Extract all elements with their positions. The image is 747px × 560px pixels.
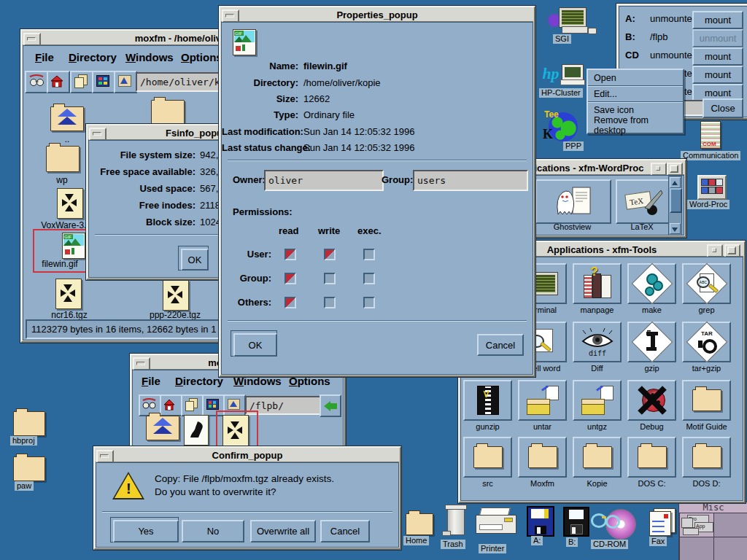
file-item-boot[interactable] (184, 415, 209, 446)
checkbox-user-read[interactable] (285, 249, 296, 260)
windows-button[interactable] (92, 71, 115, 93)
desktop-icon-printer[interactable]: Printer (473, 506, 518, 557)
menu-directory[interactable]: Directory (69, 51, 117, 63)
file-item-moxfm-tgz[interactable] (222, 415, 249, 447)
misc-cell-active[interactable]: Pro App (679, 513, 714, 537)
tool-tar-gzip[interactable]: TAR (682, 322, 731, 362)
mount-cd-button[interactable]: mount (692, 47, 743, 66)
tool-untar[interactable] (518, 380, 567, 421)
checkbox-group-read[interactable] (285, 273, 296, 284)
fsinfo-ok-button[interactable]: OK (181, 249, 209, 271)
menu-windows[interactable]: Windows (125, 51, 174, 63)
file-item-up[interactable] (146, 413, 179, 440)
desktop-icon-sgi[interactable]: SGI (547, 4, 598, 45)
file-item-wp[interactable] (46, 146, 80, 172)
checkbox-others-read[interactable] (285, 297, 296, 308)
menu-file[interactable]: File (35, 51, 54, 63)
tool-untgz[interactable] (573, 380, 622, 421)
group-field[interactable]: users (413, 170, 528, 191)
checkbox-group-write[interactable] (324, 273, 336, 284)
desktop-icon-hbproj[interactable]: hbproj (10, 407, 54, 446)
file-item-ppp220e[interactable] (163, 280, 189, 311)
desktop-icon-trash[interactable]: Trash (439, 503, 473, 551)
checkbox-others-write[interactable] (324, 297, 336, 308)
file-item-ncr16[interactable] (55, 279, 82, 309)
file-item-voxware[interactable] (57, 188, 83, 219)
properties-cancel-button[interactable]: Cancel (477, 334, 524, 356)
tool-gzip[interactable]: ZIP (627, 322, 676, 362)
app-latex[interactable]: TeX (616, 179, 671, 224)
unmount-b-button[interactable]: unmount (692, 29, 743, 47)
desktop-icon-fax[interactable]: Fax (645, 507, 678, 551)
mount-close-button[interactable]: Close (703, 98, 743, 118)
minimize-button[interactable] (23, 33, 41, 46)
owner-field[interactable]: oliver (264, 170, 384, 191)
iconify-button[interactable] (651, 163, 667, 176)
minimize-button[interactable] (133, 357, 150, 370)
menu-item-edit[interactable]: Edit... (588, 86, 683, 102)
tool-grep[interactable]: ABC (682, 263, 731, 304)
confirm-cancel-button[interactable]: Cancel (320, 520, 370, 542)
desktop-icon-ppp[interactable]: Tee K PPP (543, 109, 589, 155)
back-button[interactable] (320, 394, 341, 417)
tool-motif-guide[interactable] (682, 380, 731, 421)
desktop-icon-word-proc[interactable]: Word-Proc (684, 175, 743, 213)
properties-titlebar[interactable]: Properties_popup (221, 8, 533, 22)
home-button[interactable] (47, 71, 70, 93)
desktop-icon-communication[interactable]: COM Communication (678, 121, 746, 163)
tool-dos-c[interactable] (627, 437, 676, 478)
tool-src[interactable] (463, 437, 512, 478)
tool-make[interactable] (627, 263, 676, 304)
menu-directory[interactable]: Directory (175, 375, 223, 387)
scroll-up-arrow[interactable] (670, 177, 681, 188)
desktop-icon-floppy-a[interactable]: A: (524, 505, 556, 547)
tool-diff[interactable]: diff (573, 322, 622, 362)
scroll-down-arrow[interactable] (670, 223, 681, 234)
maximize-button[interactable] (724, 244, 740, 257)
mount-c-button[interactable]: mount (692, 66, 743, 84)
checkbox-user-write[interactable] (324, 249, 336, 260)
wordproc-scrollbar[interactable] (668, 176, 682, 236)
confirm-no-button[interactable]: No (182, 520, 244, 542)
copy-button[interactable] (181, 394, 204, 416)
find-button[interactable] (25, 71, 48, 93)
tool-dos-d[interactable] (682, 437, 731, 478)
confirm-overwrite-all-button[interactable]: Overwrite all (250, 520, 316, 542)
desktop-icon-home[interactable]: Home (403, 509, 436, 548)
app-ghostview[interactable] (535, 179, 611, 224)
tool-moxfm[interactable] (518, 437, 567, 478)
desktop-icon-paw[interactable]: paw (10, 452, 54, 491)
menu-options[interactable]: Options (181, 51, 222, 63)
mount-a-button[interactable]: mount (692, 11, 743, 29)
maximize-button[interactable] (667, 163, 683, 176)
copy-button[interactable] (70, 71, 93, 93)
tool-debug[interactable] (627, 380, 676, 421)
scrollbar-thumb[interactable] (670, 188, 682, 213)
file-item-up[interactable] (50, 104, 84, 131)
desktop-icon-cdrom[interactable]: CD-ROM (589, 508, 638, 553)
confirm-yes-button[interactable]: Yes (113, 520, 179, 542)
menu-item-open[interactable]: Open (588, 70, 683, 86)
misc-cell[interactable] (713, 537, 747, 560)
up-directory-button[interactable] (114, 71, 137, 93)
desktop-icon-hp-cluster[interactable]: hp HP-Cluster (538, 61, 589, 102)
file-item-filewin[interactable]: GIF (62, 233, 85, 259)
menu-file[interactable]: File (142, 375, 160, 387)
misc-window[interactable]: Misc Pro App (678, 502, 747, 560)
checkbox-user-exec[interactable] (363, 249, 375, 260)
iconify-button[interactable] (707, 244, 723, 257)
minimize-button[interactable] (89, 128, 107, 141)
tool-gunzip[interactable]: V (463, 380, 512, 421)
minimize-button[interactable] (96, 450, 114, 463)
file-item-folder2[interactable] (151, 100, 185, 126)
desktop-icon-floppy-b[interactable]: B: (560, 505, 591, 548)
misc-cell[interactable] (713, 513, 747, 537)
properties-ok-button[interactable]: OK (233, 333, 277, 357)
checkbox-others-exec[interactable] (363, 297, 375, 308)
confirm-titlebar[interactable]: Confirm_popup (96, 448, 399, 462)
menu-item-remove-from-desktop[interactable]: Remove from desktop (588, 117, 683, 133)
checkbox-group-exec[interactable] (363, 273, 375, 284)
misc-cell[interactable] (679, 537, 714, 560)
minimize-button[interactable] (222, 9, 239, 23)
tool-kopie[interactable] (573, 437, 622, 478)
